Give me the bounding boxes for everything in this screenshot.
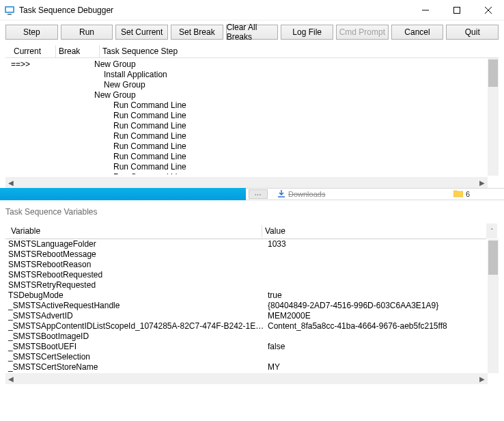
chevron-right-icon[interactable]: ▶ — [477, 373, 488, 384]
variable-value — [265, 270, 488, 280]
vars-vscroll-thumb[interactable] — [488, 241, 498, 275]
step-button[interactable]: Step — [5, 25, 58, 40]
variable-name: _SMSTSCertSelection — [5, 352, 265, 362]
step-row[interactable]: Run Command Line — [94, 141, 499, 152]
divider-extras: ●●● Downloads 6 — [246, 188, 504, 200]
step-row[interactable]: Run Command Line — [94, 121, 499, 131]
header-step[interactable]: Task Sequence Step — [100, 45, 493, 57]
variables-section: Task Sequence Variables Variable Value ˄… — [0, 200, 504, 384]
chevron-left-icon[interactable]: ◀ — [5, 177, 16, 188]
variable-name: _SMSTSBootImageID — [5, 331, 265, 342]
close-button[interactable] — [473, 0, 504, 21]
step-row[interactable]: New Group — [94, 80, 499, 90]
variable-name: _SMSTSActiveRequestHandle — [5, 301, 265, 311]
minimize-button[interactable] — [410, 0, 441, 21]
variable-row[interactable]: TSDebugModetrue — [5, 290, 488, 301]
vars-hscrollbar[interactable]: ◀ ▶ — [5, 373, 488, 384]
downloads-label: Downloads — [288, 190, 325, 198]
app-icon — [4, 5, 15, 16]
header-value[interactable]: Value — [262, 225, 486, 237]
variable-row[interactable]: SMSTSRetryRequested — [5, 280, 488, 290]
chevron-left-icon[interactable]: ◀ — [5, 373, 16, 384]
folder-label: 6 — [466, 190, 470, 198]
vars-vscrollbar[interactable] — [488, 239, 499, 373]
set-break-button[interactable]: Set Break — [171, 25, 223, 40]
step-col-current: ==>> — [5, 58, 51, 174]
run-button[interactable]: Run — [61, 25, 113, 40]
variable-row[interactable]: SMSTSRebootReason — [5, 260, 488, 270]
variable-row[interactable]: _SMSTSAppContentIDListScopeId_1074285A-8… — [5, 321, 488, 331]
variable-value — [265, 280, 488, 290]
step-col-steps: New GroupInstall ApplicationNew GroupNew… — [94, 58, 499, 174]
step-vscroll-thumb[interactable] — [488, 59, 498, 87]
step-list-area: ==>> New GroupInstall ApplicationNew Gro… — [5, 58, 499, 188]
step-list[interactable]: ==>> New GroupInstall ApplicationNew Gro… — [5, 58, 499, 174]
variable-row[interactable]: _SMSTSCertSelection — [5, 352, 488, 362]
variable-value: false — [265, 342, 488, 352]
clear-all-breaks-button[interactable]: Clear All Breaks — [226, 25, 279, 40]
variable-value: {80404849-2AD7-4516-996D-603C6AA3E1A9} — [265, 301, 488, 311]
variable-name: SMSTSRebootReason — [5, 260, 265, 270]
step-row[interactable]: Install Application — [94, 70, 499, 80]
step-col-break — [51, 58, 94, 174]
header-variable[interactable]: Variable — [8, 225, 262, 237]
variables-title: Task Sequence Variables — [5, 204, 499, 223]
variable-value: MY — [265, 362, 488, 372]
step-row[interactable]: New Group — [94, 59, 499, 70]
variable-value: true — [265, 290, 488, 301]
step-list-headers: Current Break Task Sequence Step — [5, 45, 499, 58]
variable-name: _SMSTSBootUEFI — [5, 342, 265, 352]
variable-row[interactable]: SMSTSLanguageFolder1033 — [5, 239, 488, 249]
svg-rect-1 — [6, 8, 13, 12]
step-row[interactable]: New Group — [94, 90, 499, 100]
quit-button[interactable]: Quit — [446, 25, 499, 40]
maximize-button[interactable] — [441, 0, 473, 21]
variable-value — [265, 352, 488, 362]
variables-body-wrap: SMSTSLanguageFolder1033SMSTSRebootMessag… — [5, 239, 499, 384]
cancel-button[interactable]: Cancel — [391, 25, 444, 40]
downloads-item[interactable]: Downloads — [270, 189, 332, 200]
variable-row[interactable]: _SMSTSBootUEFIfalse — [5, 342, 488, 352]
toolbar: StepRunSet CurrentSet BreakClear All Bre… — [0, 21, 504, 45]
variable-row[interactable]: _SMSTSActiveRequestHandle{80404849-2AD7-… — [5, 301, 488, 311]
variable-value: Content_8fa5a8cc-41ba-4664-9676-aeb5fc21… — [265, 321, 488, 331]
variable-name: _SMSTSAdvertID — [5, 311, 265, 321]
variable-name: SMSTSLanguageFolder — [5, 239, 265, 249]
step-vscrollbar[interactable] — [488, 58, 499, 176]
step-row[interactable]: Run Command Line — [94, 172, 499, 174]
variable-value — [265, 331, 488, 342]
window-controls — [410, 0, 504, 20]
step-hscrollbar[interactable]: ◀ ▶ — [5, 177, 488, 188]
variable-name: SMSTSRetryRequested — [5, 280, 265, 290]
header-current[interactable]: Current — [11, 45, 56, 57]
variable-row[interactable]: _SMSTSCertStoreNameMY — [5, 362, 488, 372]
variable-row[interactable]: _SMSTSBootImageID — [5, 331, 488, 342]
svg-rect-4 — [454, 8, 460, 14]
step-row[interactable]: Run Command Line — [94, 100, 499, 111]
variable-row[interactable]: _SMSTSAdvertIDMEM2000E — [5, 311, 488, 321]
folder-item[interactable]: 6 — [447, 189, 477, 200]
step-row[interactable]: Run Command Line — [94, 152, 499, 162]
resize-handle-icon[interactable]: ●●● — [249, 189, 268, 199]
variables-list[interactable]: SMSTSLanguageFolder1033SMSTSRebootMessag… — [5, 239, 488, 373]
variable-value: MEM2000E — [265, 311, 488, 321]
step-row[interactable]: Run Command Line — [94, 131, 499, 141]
step-row[interactable]: Run Command Line — [94, 111, 499, 121]
variable-value — [265, 260, 488, 270]
folder-icon — [453, 189, 463, 199]
variables-headers: Variable Value ˄ — [5, 223, 486, 239]
header-break[interactable]: Break — [56, 45, 100, 57]
set-current-button[interactable]: Set Current — [115, 25, 168, 40]
chevron-up-icon[interactable]: ˄ — [486, 223, 497, 239]
variable-value — [265, 249, 488, 260]
chevron-right-icon[interactable]: ▶ — [477, 177, 488, 188]
cmd-prompt-button: Cmd Prompt — [336, 25, 389, 40]
titlebar: Task Sequence Debugger — [0, 0, 504, 21]
download-icon — [277, 189, 285, 199]
step-row[interactable]: Run Command Line — [94, 162, 499, 172]
svg-rect-2 — [8, 14, 12, 15]
variable-row[interactable]: SMSTSRebootRequested — [5, 270, 488, 280]
variable-row[interactable]: SMSTSRebootMessage — [5, 249, 488, 260]
log-file-button[interactable]: Log File — [281, 25, 333, 40]
variable-name: SMSTSRebootMessage — [5, 249, 265, 260]
